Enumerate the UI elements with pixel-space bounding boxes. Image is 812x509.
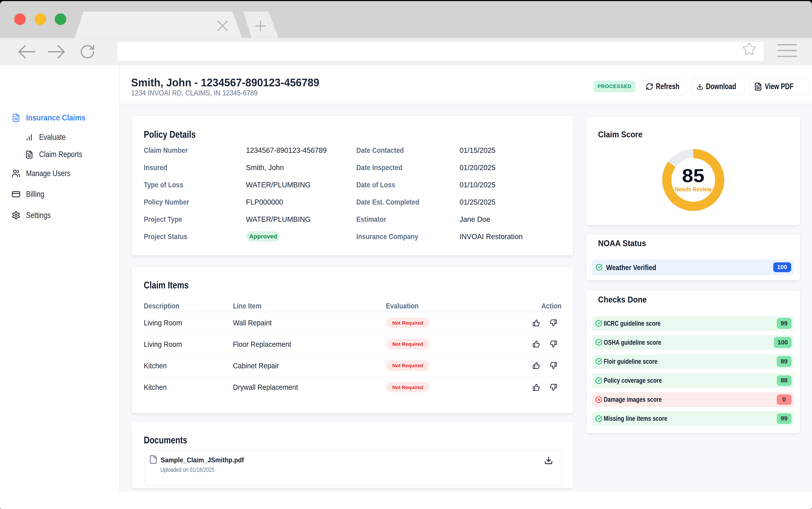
svg-text:85: 85 <box>682 165 704 186</box>
svg-text:Needs Review: Needs Review <box>675 186 712 193</box>
